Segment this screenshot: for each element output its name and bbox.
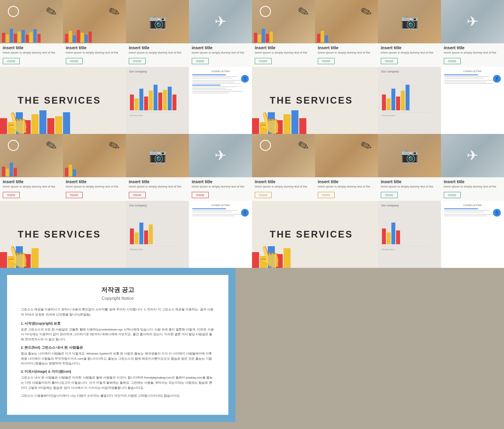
copyright-title-en: Copyright Notice (21, 296, 215, 301)
chart-card-1: Our company Business items (126, 67, 189, 134)
card-text: lorem ipsum is simply dummy text of the (255, 51, 312, 55)
copyright-intro: 그린소스 제공을 이용하시기 편하시 내용의 확인없이 소비자를 앞에 주어지 … (21, 307, 215, 318)
chart-card-2: Our company Business items (378, 67, 441, 134)
more-button[interactable]: more (3, 58, 20, 64)
main-container: ✏ insert title lorem ipsum is sim (0, 0, 504, 422)
copyright-inner: 저작권 공고 Copyright Notice 그린소스 제공을 이용하시기 편… (7, 275, 228, 415)
card-text: lorem ipsum is simply dummy text of the (66, 185, 123, 189)
svg-rect-77 (149, 225, 153, 244)
card-title: insert title (3, 45, 60, 50)
more-button[interactable]: more (192, 58, 209, 64)
resume-card-3: COVER LETTER 👤 (189, 201, 252, 268)
card-image: ✏ (63, 0, 126, 43)
more-button[interactable]: more (255, 192, 272, 198)
svg-rect-36 (139, 89, 143, 110)
more-button[interactable]: more (318, 58, 335, 64)
svg-text:Business items: Business items (382, 114, 395, 117)
grid-row-1: ✏ insert title lorem ipsum is sim (0, 0, 504, 67)
more-button[interactable]: more (381, 58, 398, 64)
card-title: insert title (129, 45, 186, 50)
svg-rect-53 (382, 95, 386, 110)
svg-rect-87 (391, 223, 395, 244)
svg-rect-86 (387, 232, 391, 244)
card-text: lorem ipsum is simply dummy text of the (381, 185, 438, 189)
svg-rect-85 (382, 228, 386, 244)
grid-row-2: 👆 THE SERVICES Our company Business item… (0, 67, 504, 134)
svg-rect-16 (89, 32, 92, 43)
svg-rect-10 (65, 34, 68, 43)
copyright-title-kr: 저작권 공고 (21, 286, 215, 294)
svg-rect-75 (139, 223, 143, 244)
svg-rect-57 (401, 91, 405, 110)
card-text: lorem ipsum is simply dummy text of the (318, 185, 375, 189)
svg-rect-58 (406, 85, 410, 110)
svg-rect-32 (55, 116, 62, 134)
svg-rect-41 (163, 90, 167, 110)
svg-rect-3 (14, 34, 17, 43)
services-title-4: THE SERVICES (258, 229, 353, 240)
card-title: insert title (381, 179, 438, 184)
more-button[interactable]: more (444, 58, 461, 64)
svg-rect-6 (26, 35, 29, 43)
card-content: insert title lorem ipsum is simply dummy… (126, 43, 189, 67)
card-image-camera: 📷 (126, 0, 189, 43)
services-title-3: THE SERVICES (6, 229, 101, 240)
svg-rect-33 (63, 112, 70, 134)
services-card-3: 👆 THE SERVICES (0, 201, 126, 268)
copyright-s2-title: 2. 본드(font) 그린소스 내서 된 사람들은 (21, 345, 215, 350)
svg-rect-8 (33, 29, 37, 43)
camera-icon: 📷 (401, 13, 419, 30)
svg-rect-63 (10, 163, 13, 176)
plane-icon: ✈ (467, 147, 478, 164)
card-3-7: 📷 insert title lorem ipsum is simply dum… (378, 134, 441, 201)
more-button[interactable]: more (255, 58, 272, 64)
svg-rect-54 (387, 98, 391, 110)
camera-icon: 📷 (149, 13, 167, 30)
card-text: lorem ipsum is simply dummy text of the (255, 185, 312, 189)
more-button[interactable]: more (318, 192, 335, 198)
more-button[interactable]: more (381, 192, 398, 198)
svg-rect-51 (291, 110, 298, 134)
more-button[interactable]: more (444, 192, 461, 198)
more-button[interactable]: more (192, 192, 209, 198)
more-button[interactable]: more (3, 192, 20, 198)
svg-rect-9 (37, 34, 41, 43)
svg-rect-76 (144, 230, 148, 244)
card-text: lorem ipsum is simply dummy text of the (444, 185, 501, 189)
svg-rect-42 (168, 87, 172, 110)
card-title: insert title (255, 179, 312, 184)
card-image-plane: ✈ (189, 0, 252, 43)
svg-rect-4 (18, 32, 21, 43)
card-1-1: ✏ insert title lorem ipsum is sim (0, 0, 63, 67)
more-button[interactable]: more (66, 58, 83, 64)
svg-rect-23 (321, 31, 324, 43)
more-button[interactable]: more (129, 58, 146, 64)
card-3-1: ✏ insert title lorem ipsum is simply dum… (0, 134, 63, 201)
svg-rect-20 (266, 34, 269, 43)
svg-rect-65 (65, 168, 68, 176)
svg-rect-35 (135, 98, 139, 110)
services-title-2: THE SERVICES (258, 95, 353, 106)
card-1-3: 📷 insert title lorem ipsum is simply dum… (126, 0, 189, 67)
bottom-section: 저작권 공고 Copyright Notice 그린소스 제공을 이용하시기 편… (0, 268, 504, 422)
more-button[interactable]: more (129, 192, 146, 198)
card-text: lorem ipsum is simply dummy text of the (444, 51, 501, 55)
camera-icon: 📷 (401, 147, 419, 164)
svg-rect-15 (85, 35, 88, 43)
card-1-2: ✏ insert title lorem ipsum is simply dum… (63, 0, 126, 67)
svg-rect-64 (14, 168, 17, 176)
more-button[interactable]: more (66, 192, 83, 198)
card-title: insert title (66, 45, 123, 50)
card-image: ✏ (0, 0, 63, 43)
copyright-section: 저작권 공고 Copyright Notice 그린소스 제공을 이용하시기 편… (0, 268, 235, 422)
card-title: insert title (318, 179, 375, 184)
grid-row-3: ✏ insert title lorem ipsum is simply dum… (0, 134, 504, 201)
copyright-s3-title: 3. 이외사(image) & 아이권(icon) (21, 370, 215, 374)
svg-rect-24 (325, 35, 328, 43)
svg-rect-37 (144, 97, 148, 110)
card-text: lorem ipsum is simply dummy text of the (192, 185, 249, 189)
card-title: insert title (444, 45, 501, 50)
card-3-6: ✏ insert title lorem ipsum is simply dum… (315, 134, 378, 201)
svg-rect-67 (73, 169, 76, 176)
resume-card-1: COVER LETTER 👤 (189, 67, 252, 134)
